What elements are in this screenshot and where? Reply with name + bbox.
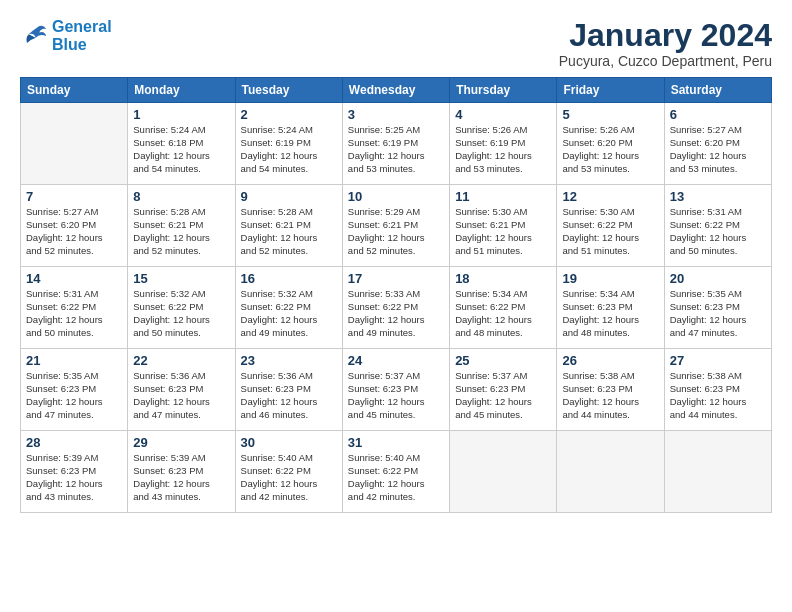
day-number: 27 bbox=[670, 353, 766, 368]
calendar-table: Sunday Monday Tuesday Wednesday Thursday… bbox=[20, 77, 772, 513]
day-number: 28 bbox=[26, 435, 122, 450]
week-row-2: 7Sunrise: 5:27 AM Sunset: 6:20 PM Daylig… bbox=[21, 185, 772, 267]
day-cell: 18Sunrise: 5:34 AM Sunset: 6:22 PM Dayli… bbox=[450, 267, 557, 349]
day-number: 17 bbox=[348, 271, 444, 286]
day-cell: 31Sunrise: 5:40 AM Sunset: 6:22 PM Dayli… bbox=[342, 431, 449, 513]
day-cell bbox=[557, 431, 664, 513]
col-thursday: Thursday bbox=[450, 78, 557, 103]
day-number: 4 bbox=[455, 107, 551, 122]
day-number: 7 bbox=[26, 189, 122, 204]
day-number: 21 bbox=[26, 353, 122, 368]
day-cell bbox=[21, 103, 128, 185]
day-number: 24 bbox=[348, 353, 444, 368]
day-info: Sunrise: 5:33 AM Sunset: 6:22 PM Dayligh… bbox=[348, 288, 444, 339]
day-info: Sunrise: 5:32 AM Sunset: 6:22 PM Dayligh… bbox=[241, 288, 337, 339]
day-cell: 28Sunrise: 5:39 AM Sunset: 6:23 PM Dayli… bbox=[21, 431, 128, 513]
day-cell: 16Sunrise: 5:32 AM Sunset: 6:22 PM Dayli… bbox=[235, 267, 342, 349]
week-row-5: 28Sunrise: 5:39 AM Sunset: 6:23 PM Dayli… bbox=[21, 431, 772, 513]
day-cell: 13Sunrise: 5:31 AM Sunset: 6:22 PM Dayli… bbox=[664, 185, 771, 267]
title-block: January 2024 Pucyura, Cuzco Department, … bbox=[559, 18, 772, 69]
day-cell: 5Sunrise: 5:26 AM Sunset: 6:20 PM Daylig… bbox=[557, 103, 664, 185]
day-info: Sunrise: 5:38 AM Sunset: 6:23 PM Dayligh… bbox=[562, 370, 658, 421]
day-number: 14 bbox=[26, 271, 122, 286]
day-cell bbox=[450, 431, 557, 513]
day-info: Sunrise: 5:24 AM Sunset: 6:18 PM Dayligh… bbox=[133, 124, 229, 175]
day-number: 19 bbox=[562, 271, 658, 286]
day-number: 20 bbox=[670, 271, 766, 286]
day-info: Sunrise: 5:25 AM Sunset: 6:19 PM Dayligh… bbox=[348, 124, 444, 175]
day-info: Sunrise: 5:31 AM Sunset: 6:22 PM Dayligh… bbox=[670, 206, 766, 257]
day-number: 6 bbox=[670, 107, 766, 122]
day-cell: 6Sunrise: 5:27 AM Sunset: 6:20 PM Daylig… bbox=[664, 103, 771, 185]
day-number: 13 bbox=[670, 189, 766, 204]
header-row: Sunday Monday Tuesday Wednesday Thursday… bbox=[21, 78, 772, 103]
day-number: 26 bbox=[562, 353, 658, 368]
week-row-4: 21Sunrise: 5:35 AM Sunset: 6:23 PM Dayli… bbox=[21, 349, 772, 431]
logo: General Blue bbox=[20, 18, 112, 53]
day-info: Sunrise: 5:30 AM Sunset: 6:21 PM Dayligh… bbox=[455, 206, 551, 257]
day-info: Sunrise: 5:29 AM Sunset: 6:21 PM Dayligh… bbox=[348, 206, 444, 257]
day-info: Sunrise: 5:40 AM Sunset: 6:22 PM Dayligh… bbox=[241, 452, 337, 503]
day-info: Sunrise: 5:39 AM Sunset: 6:23 PM Dayligh… bbox=[133, 452, 229, 503]
logo-bird-icon bbox=[20, 22, 48, 50]
day-cell: 10Sunrise: 5:29 AM Sunset: 6:21 PM Dayli… bbox=[342, 185, 449, 267]
day-number: 23 bbox=[241, 353, 337, 368]
day-info: Sunrise: 5:40 AM Sunset: 6:22 PM Dayligh… bbox=[348, 452, 444, 503]
day-info: Sunrise: 5:32 AM Sunset: 6:22 PM Dayligh… bbox=[133, 288, 229, 339]
day-number: 16 bbox=[241, 271, 337, 286]
week-row-1: 1Sunrise: 5:24 AM Sunset: 6:18 PM Daylig… bbox=[21, 103, 772, 185]
day-info: Sunrise: 5:37 AM Sunset: 6:23 PM Dayligh… bbox=[348, 370, 444, 421]
day-cell: 7Sunrise: 5:27 AM Sunset: 6:20 PM Daylig… bbox=[21, 185, 128, 267]
day-info: Sunrise: 5:28 AM Sunset: 6:21 PM Dayligh… bbox=[133, 206, 229, 257]
day-cell: 22Sunrise: 5:36 AM Sunset: 6:23 PM Dayli… bbox=[128, 349, 235, 431]
day-number: 9 bbox=[241, 189, 337, 204]
day-cell: 24Sunrise: 5:37 AM Sunset: 6:23 PM Dayli… bbox=[342, 349, 449, 431]
day-info: Sunrise: 5:27 AM Sunset: 6:20 PM Dayligh… bbox=[26, 206, 122, 257]
day-number: 2 bbox=[241, 107, 337, 122]
day-info: Sunrise: 5:35 AM Sunset: 6:23 PM Dayligh… bbox=[670, 288, 766, 339]
calendar-body: 1Sunrise: 5:24 AM Sunset: 6:18 PM Daylig… bbox=[21, 103, 772, 513]
day-cell: 12Sunrise: 5:30 AM Sunset: 6:22 PM Dayli… bbox=[557, 185, 664, 267]
day-cell: 4Sunrise: 5:26 AM Sunset: 6:19 PM Daylig… bbox=[450, 103, 557, 185]
day-number: 15 bbox=[133, 271, 229, 286]
day-number: 30 bbox=[241, 435, 337, 450]
day-info: Sunrise: 5:26 AM Sunset: 6:20 PM Dayligh… bbox=[562, 124, 658, 175]
month-title: January 2024 bbox=[559, 18, 772, 53]
day-number: 29 bbox=[133, 435, 229, 450]
header: General Blue January 2024 Pucyura, Cuzco… bbox=[20, 18, 772, 69]
day-info: Sunrise: 5:36 AM Sunset: 6:23 PM Dayligh… bbox=[241, 370, 337, 421]
day-cell bbox=[664, 431, 771, 513]
day-cell: 25Sunrise: 5:37 AM Sunset: 6:23 PM Dayli… bbox=[450, 349, 557, 431]
logo-line2: Blue bbox=[52, 36, 87, 53]
day-info: Sunrise: 5:39 AM Sunset: 6:23 PM Dayligh… bbox=[26, 452, 122, 503]
location: Pucyura, Cuzco Department, Peru bbox=[559, 53, 772, 69]
day-number: 12 bbox=[562, 189, 658, 204]
col-tuesday: Tuesday bbox=[235, 78, 342, 103]
day-cell: 19Sunrise: 5:34 AM Sunset: 6:23 PM Dayli… bbox=[557, 267, 664, 349]
day-info: Sunrise: 5:31 AM Sunset: 6:22 PM Dayligh… bbox=[26, 288, 122, 339]
day-info: Sunrise: 5:35 AM Sunset: 6:23 PM Dayligh… bbox=[26, 370, 122, 421]
col-saturday: Saturday bbox=[664, 78, 771, 103]
day-info: Sunrise: 5:24 AM Sunset: 6:19 PM Dayligh… bbox=[241, 124, 337, 175]
col-sunday: Sunday bbox=[21, 78, 128, 103]
day-info: Sunrise: 5:27 AM Sunset: 6:20 PM Dayligh… bbox=[670, 124, 766, 175]
day-number: 5 bbox=[562, 107, 658, 122]
day-cell: 26Sunrise: 5:38 AM Sunset: 6:23 PM Dayli… bbox=[557, 349, 664, 431]
day-number: 10 bbox=[348, 189, 444, 204]
calendar-header: Sunday Monday Tuesday Wednesday Thursday… bbox=[21, 78, 772, 103]
day-number: 22 bbox=[133, 353, 229, 368]
day-info: Sunrise: 5:37 AM Sunset: 6:23 PM Dayligh… bbox=[455, 370, 551, 421]
day-cell: 8Sunrise: 5:28 AM Sunset: 6:21 PM Daylig… bbox=[128, 185, 235, 267]
day-cell: 14Sunrise: 5:31 AM Sunset: 6:22 PM Dayli… bbox=[21, 267, 128, 349]
day-number: 11 bbox=[455, 189, 551, 204]
logo-line1: General bbox=[52, 18, 112, 35]
day-cell: 3Sunrise: 5:25 AM Sunset: 6:19 PM Daylig… bbox=[342, 103, 449, 185]
day-number: 25 bbox=[455, 353, 551, 368]
day-info: Sunrise: 5:28 AM Sunset: 6:21 PM Dayligh… bbox=[241, 206, 337, 257]
day-cell: 11Sunrise: 5:30 AM Sunset: 6:21 PM Dayli… bbox=[450, 185, 557, 267]
logo-text: General Blue bbox=[52, 18, 112, 53]
day-cell: 17Sunrise: 5:33 AM Sunset: 6:22 PM Dayli… bbox=[342, 267, 449, 349]
day-cell: 29Sunrise: 5:39 AM Sunset: 6:23 PM Dayli… bbox=[128, 431, 235, 513]
day-cell: 27Sunrise: 5:38 AM Sunset: 6:23 PM Dayli… bbox=[664, 349, 771, 431]
day-info: Sunrise: 5:34 AM Sunset: 6:23 PM Dayligh… bbox=[562, 288, 658, 339]
